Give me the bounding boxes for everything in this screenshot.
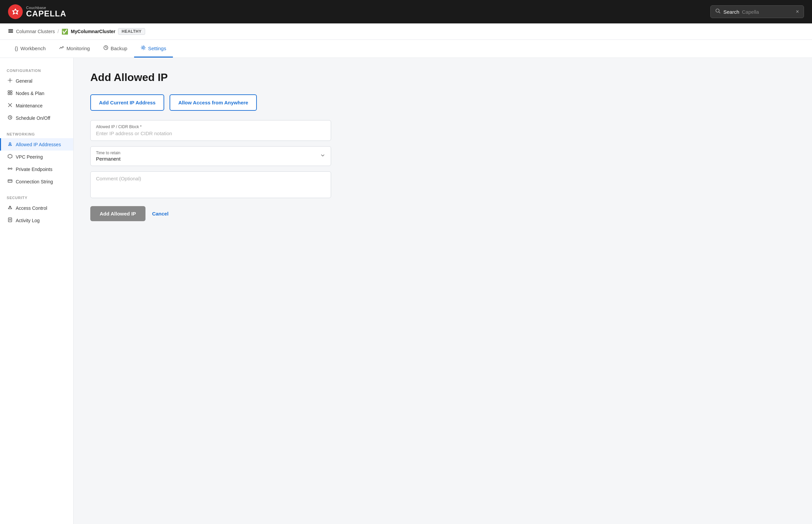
svg-rect-20 [8, 180, 12, 182]
ip-cidr-field: Allowed IP / CIDR Block * [90, 120, 331, 141]
svg-point-17 [8, 168, 10, 169]
breadcrumb-parent-link[interactable]: Columnar Clusters [16, 29, 55, 34]
ip-cidr-input-wrapper[interactable]: Allowed IP / CIDR Block * [90, 120, 331, 141]
main-layout: CONFIGURATION General Nodes & Plan Maint… [0, 58, 812, 524]
comment-field [90, 171, 331, 198]
time-to-retain-value: Permanent [96, 156, 325, 162]
svg-line-2 [719, 12, 721, 13]
svg-rect-4 [9, 30, 13, 31]
sidebar-item-allowed-ip-label: Allowed IP Addresses [16, 142, 61, 147]
sidebar-item-schedule[interactable]: Schedule On/Off [0, 112, 73, 124]
sidebar-item-maintenance[interactable]: Maintenance [0, 99, 73, 112]
sidebar-item-connection-string[interactable]: Connection String [0, 175, 73, 188]
sidebar-item-general[interactable]: General [0, 75, 73, 87]
svg-point-18 [11, 168, 12, 169]
monitoring-icon [59, 45, 64, 51]
sidebar-section-security: SECURITY [0, 193, 73, 202]
columnar-clusters-icon [8, 28, 13, 35]
tab-settings[interactable]: Settings [134, 40, 173, 58]
health-status-icon: ✅ [62, 29, 68, 35]
tab-monitoring-label: Monitoring [67, 46, 90, 51]
search-close-button[interactable]: × [796, 9, 799, 15]
sidebar-item-private-endpoints-label: Private Endpoints [16, 167, 52, 172]
app-header: Couchbase CAPELLA Search Capella × [0, 0, 812, 23]
settings-icon [141, 45, 146, 51]
global-search[interactable]: Search Capella × [710, 5, 804, 18]
sidebar-item-nodes-plan-label: Nodes & Plan [16, 91, 45, 96]
connection-string-icon [8, 179, 12, 184]
vpc-icon [8, 154, 12, 160]
sidebar-section-configuration: CONFIGURATION [0, 66, 73, 75]
logo-text: Couchbase CAPELLA [26, 6, 66, 18]
breadcrumb-separator: / [57, 29, 59, 34]
sidebar-item-general-label: General [16, 78, 32, 84]
logo-area: Couchbase CAPELLA [8, 4, 66, 19]
sidebar-item-vpc-label: VPC Peering [16, 154, 43, 160]
time-to-retain-label: Time to retain [96, 151, 325, 155]
backup-icon [103, 45, 108, 51]
sidebar-item-maintenance-label: Maintenance [16, 103, 43, 109]
schedule-icon [8, 115, 12, 121]
chevron-down-icon [320, 152, 325, 160]
sidebar-section-networking: NETWORKING [0, 130, 73, 138]
product-name: CAPELLA [26, 10, 66, 18]
time-to-retain-select[interactable]: Time to retain Permanent [90, 146, 331, 166]
sidebar-item-activity-log-label: Activity Log [16, 218, 40, 223]
general-icon [8, 78, 12, 84]
sidebar-item-private-endpoints[interactable]: Private Endpoints [0, 163, 73, 175]
svg-rect-3 [9, 29, 13, 30]
form-actions: Add Allowed IP Cancel [90, 206, 331, 221]
ip-cidr-label: Allowed IP / CIDR Block * [96, 125, 325, 129]
tab-backup-label: Backup [111, 46, 128, 51]
svg-rect-10 [10, 91, 12, 92]
submit-button[interactable]: Add Allowed IP [90, 206, 146, 221]
sidebar-item-nodes-plan[interactable]: Nodes & Plan [0, 87, 73, 99]
svg-rect-5 [9, 32, 13, 33]
cancel-button[interactable]: Cancel [152, 211, 169, 216]
breadcrumb-current-cluster: MyColumnarCluster [71, 29, 115, 34]
page-title: Add Allowed IP [90, 71, 795, 84]
sidebar-item-vpc[interactable]: VPC Peering [0, 151, 73, 163]
nav-tabs: {} Workbench Monitoring Backup Settings [0, 40, 812, 58]
logo-icon [8, 4, 23, 19]
tab-monitoring[interactable]: Monitoring [52, 40, 97, 58]
ip-cidr-input[interactable] [96, 131, 325, 136]
maintenance-icon [8, 103, 12, 109]
sidebar-item-connection-string-label: Connection String [16, 179, 53, 184]
tab-backup[interactable]: Backup [97, 40, 134, 58]
svg-rect-12 [10, 93, 12, 95]
activity-log-icon [8, 217, 12, 223]
health-badge: HEALTHY [118, 28, 145, 35]
comment-input[interactable] [96, 176, 325, 181]
tab-settings-label: Settings [148, 46, 166, 51]
action-buttons: Add Current IP Address Allow Access from… [90, 94, 795, 111]
add-ip-form: Allowed IP / CIDR Block * Time to retain… [90, 120, 331, 221]
svg-point-8 [10, 80, 11, 81]
sidebar-item-activity-log[interactable]: Activity Log [0, 214, 73, 227]
svg-point-0 [14, 10, 17, 13]
svg-point-23 [10, 207, 10, 207]
tab-workbench[interactable]: {} Workbench [8, 40, 52, 58]
search-icon [715, 9, 721, 15]
sidebar-item-access-control-label: Access Control [16, 206, 47, 211]
main-content: Add Allowed IP Add Current IP Address Al… [73, 58, 812, 524]
tab-workbench-label: Workbench [20, 46, 46, 51]
search-label: Search [723, 9, 740, 15]
svg-rect-9 [8, 91, 10, 92]
svg-point-7 [142, 47, 144, 49]
sidebar-item-schedule-label: Schedule On/Off [16, 115, 50, 121]
allow-anywhere-button[interactable]: Allow Access from Anywhere [170, 94, 257, 111]
access-control-icon [8, 205, 12, 211]
time-to-retain-field: Time to retain Permanent [90, 146, 331, 166]
allowed-ip-icon [8, 142, 12, 147]
workbench-icon: {} [15, 46, 18, 51]
sidebar-item-allowed-ip[interactable]: Allowed IP Addresses [0, 138, 73, 151]
nodes-plan-icon [8, 91, 12, 96]
search-placeholder: Capella [742, 9, 793, 15]
add-current-ip-button[interactable]: Add Current IP Address [90, 94, 164, 111]
sidebar: CONFIGURATION General Nodes & Plan Maint… [0, 58, 73, 524]
sidebar-item-access-control[interactable]: Access Control [0, 202, 73, 214]
private-endpoints-icon [8, 166, 12, 172]
svg-rect-11 [8, 93, 10, 95]
comment-input-wrapper[interactable] [90, 171, 331, 198]
